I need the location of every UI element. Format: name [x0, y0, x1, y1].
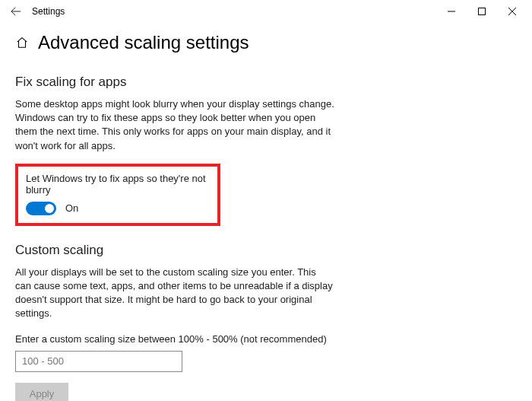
maximize-icon — [478, 8, 486, 15]
toggle-knob-icon — [45, 204, 54, 213]
custom-scaling-input-label: Enter a custom scaling size between 100%… — [15, 333, 334, 345]
custom-scaling-description: All your displays will be set to the cus… — [15, 266, 334, 321]
page-title: Advanced scaling settings — [38, 32, 249, 53]
close-button[interactable] — [497, 1, 527, 22]
blurry-fix-toggle[interactable] — [26, 202, 56, 215]
content-area: Fix scaling for apps Some desktop apps m… — [0, 58, 380, 401]
close-icon — [508, 8, 516, 15]
custom-scaling-title: Custom scaling — [15, 243, 365, 258]
apply-button[interactable]: Apply — [15, 383, 68, 402]
highlight-annotation: Let Windows try to fix apps so they're n… — [15, 164, 220, 226]
titlebar: Settings — [0, 0, 532, 23]
fix-scaling-description: Some desktop apps might look blurry when… — [15, 97, 334, 153]
arrow-left-icon — [11, 6, 21, 17]
minimize-icon — [448, 8, 455, 15]
custom-scaling-input[interactable] — [15, 351, 182, 372]
toggle-state-text: On — [65, 202, 78, 214]
blurry-toggle-row: On — [26, 202, 210, 215]
svg-rect-1 — [479, 8, 486, 15]
minimize-button[interactable] — [436, 1, 467, 22]
home-icon — [15, 36, 29, 49]
page-header: Advanced scaling settings — [0, 23, 532, 58]
app-title: Settings — [32, 6, 65, 17]
maximize-button[interactable] — [467, 1, 497, 22]
back-button[interactable] — [5, 6, 27, 17]
home-button[interactable] — [15, 36, 29, 49]
fix-scaling-title: Fix scaling for apps — [15, 75, 365, 90]
blurry-toggle-label: Let Windows try to fix apps so they're n… — [26, 173, 210, 196]
